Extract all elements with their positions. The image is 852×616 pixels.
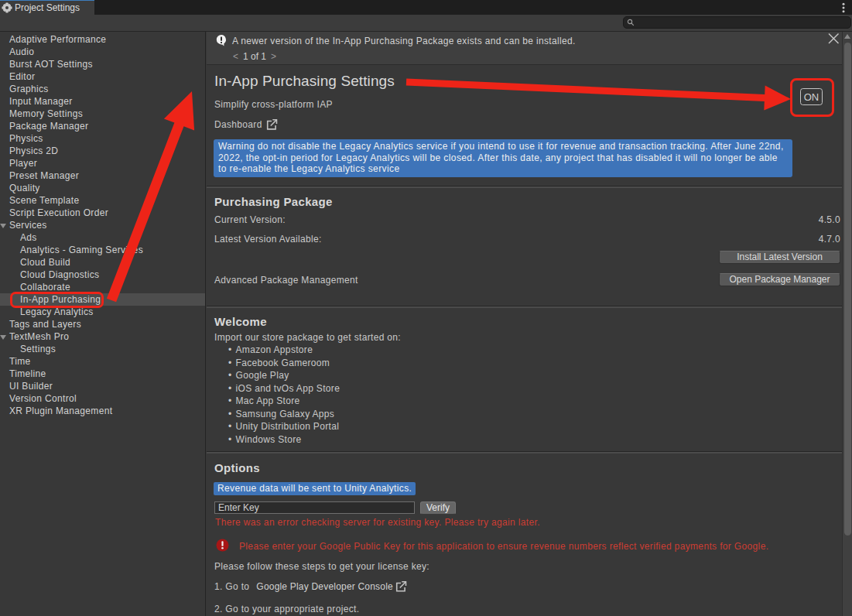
- sidebar-item-player[interactable]: Player: [0, 157, 205, 169]
- section-divider: [207, 306, 842, 308]
- sidebar-item-label: Timeline: [9, 368, 46, 379]
- search-input[interactable]: [637, 17, 850, 28]
- settings-sidebar: Adaptive PerformanceAudioBurst AOT Setti…: [0, 32, 206, 616]
- sidebar-item-label: Analytics - Gaming Services: [20, 245, 143, 255]
- sidebar-item-label: Physics: [9, 133, 43, 144]
- step-1-prefix: 1. Go to: [214, 581, 249, 592]
- sidebar-item-label: Legacy Analytics: [20, 306, 94, 317]
- sidebar-item-editor[interactable]: Editor: [0, 70, 205, 83]
- sidebar-item-label: Adaptive Performance: [9, 34, 106, 45]
- sidebar-item-script-execution-order[interactable]: Script Execution Order: [0, 207, 205, 219]
- legacy-analytics-warning: Warning do not disable the Legacy Analyt…: [214, 139, 792, 177]
- sidebar-item-memory-settings[interactable]: Memory Settings: [0, 108, 205, 120]
- sidebar-item-services[interactable]: Services: [0, 219, 205, 231]
- sidebar-item-ui-builder[interactable]: UI Builder: [0, 380, 205, 392]
- sidebar-item-label: Tags and Layers: [9, 319, 81, 330]
- section-divider: [207, 186, 842, 188]
- sidebar-item-label: Version Control: [9, 393, 77, 404]
- sidebar-item-graphics[interactable]: Graphics: [0, 83, 205, 95]
- sidebar-item-cloud-diagnostics[interactable]: Cloud Diagnostics: [0, 269, 205, 281]
- store-bullet-item: Unity Distribution Portal: [228, 420, 340, 433]
- disclosure-triangle-icon[interactable]: [0, 224, 6, 228]
- store-bullet-item: Mac App Store: [228, 395, 340, 408]
- search-icon: [627, 19, 635, 26]
- sidebar-item-label: Scene Template: [9, 195, 79, 206]
- sidebar-item-settings[interactable]: Settings: [0, 343, 205, 355]
- enter-key-input[interactable]: [214, 501, 415, 514]
- sidebar-item-tags-and-layers[interactable]: Tags and Layers: [0, 318, 205, 330]
- google-key-error-text: Please enter your Google Public Key for …: [239, 541, 768, 552]
- scrollbar-thumb[interactable]: [844, 43, 851, 536]
- sidebar-item-adaptive-performance[interactable]: Adaptive Performance: [0, 33, 205, 46]
- sidebar-item-label: Player: [9, 158, 37, 169]
- welcome-intro: Import our store package to get started …: [214, 332, 401, 343]
- sidebar-item-label: Audio: [9, 46, 34, 57]
- current-version-value: 4.5.0: [819, 214, 840, 225]
- sidebar-item-version-control[interactable]: Version Control: [0, 392, 205, 405]
- sidebar-item-label: Time: [9, 356, 31, 367]
- scroll-up-arrow-icon[interactable]: [844, 34, 850, 39]
- sidebar-item-label: Script Execution Order: [9, 207, 108, 218]
- google-play-console-link[interactable]: Google Play Developer Console: [256, 581, 393, 592]
- purchasing-package-heading: Purchasing Package: [214, 195, 333, 208]
- error-icon: [216, 539, 229, 552]
- revenue-note: Revenue data will be sent to Unity Analy…: [214, 482, 416, 495]
- disclosure-triangle-icon[interactable]: [0, 335, 6, 340]
- sidebar-item-cloud-build[interactable]: Cloud Build: [0, 256, 205, 269]
- open-package-manager-button[interactable]: Open Package Manager: [719, 273, 840, 286]
- sidebar-item-burst-aot-settings[interactable]: Burst AOT Settings: [0, 58, 205, 70]
- external-link-icon: [266, 118, 278, 130]
- page-title: In-App Purchasing Settings: [214, 73, 395, 90]
- gear-icon: [2, 2, 12, 13]
- sidebar-item-timeline[interactable]: Timeline: [0, 368, 205, 380]
- main-panel: A newer version of the In-App Purchasing…: [207, 32, 842, 616]
- welcome-heading: Welcome: [214, 315, 267, 328]
- sidebar-item-label: Package Manager: [9, 121, 88, 132]
- sidebar-item-physics-2d[interactable]: Physics 2D: [0, 145, 205, 157]
- annotation-box-on-toggle: [790, 78, 834, 117]
- sidebar-item-quality[interactable]: Quality: [0, 182, 205, 194]
- sidebar-item-label: Ads: [20, 232, 37, 243]
- verify-button[interactable]: Verify: [420, 501, 456, 515]
- dashboard-link[interactable]: Dashboard: [214, 118, 278, 130]
- server-error-text: There was an error checking server for e…: [215, 517, 540, 528]
- sidebar-item-label: Physics 2D: [9, 145, 58, 156]
- store-bullet-item: Amazon Appstore: [228, 344, 340, 357]
- sidebar-item-ads[interactable]: Ads: [0, 231, 205, 244]
- sidebar-item-label: Editor: [9, 71, 35, 82]
- sidebar-item-physics[interactable]: Physics: [0, 132, 205, 145]
- steps-intro: Please follow these steps to get your li…: [214, 561, 429, 572]
- latest-version-value: 4.7.0: [819, 234, 840, 245]
- kebab-menu-icon[interactable]: [838, 2, 849, 13]
- store-bullet-item: Google Play: [228, 369, 340, 382]
- sidebar-item-time[interactable]: Time: [0, 355, 205, 368]
- step-1-row: 1. Go to Google Play Developer Console: [214, 580, 407, 592]
- tab-project-settings[interactable]: Project Settings: [0, 0, 94, 15]
- sidebar-item-label: Cloud Build: [20, 257, 70, 268]
- sidebar-item-analytics-gaming-services[interactable]: Analytics - Gaming Services: [0, 244, 205, 256]
- external-link-icon: [395, 580, 407, 592]
- vertical-scrollbar[interactable]: [842, 32, 852, 616]
- sidebar-item-label: Services: [9, 220, 47, 231]
- simplify-iap-label: Simplify cross-platform IAP: [214, 99, 333, 110]
- install-latest-version-button[interactable]: Install Latest Version: [719, 251, 840, 264]
- sidebar-item-label: Collaborate: [20, 282, 70, 293]
- sidebar-item-package-manager[interactable]: Package Manager: [0, 120, 205, 132]
- sidebar-item-input-manager[interactable]: Input Manager: [0, 95, 205, 108]
- tab-strip: Project Settings: [0, 0, 852, 15]
- store-bullet-item: Facebook Gameroom: [228, 357, 340, 370]
- section-divider: [207, 451, 842, 453]
- latest-version-label: Latest Version Available:: [214, 234, 322, 245]
- sidebar-item-preset-manager[interactable]: Preset Manager: [0, 169, 205, 182]
- tab-title: Project Settings: [15, 2, 80, 13]
- store-bullet-item: iOS and tvOs App Store: [228, 382, 340, 395]
- sidebar-item-scene-template[interactable]: Scene Template: [0, 194, 205, 207]
- sidebar-item-audio[interactable]: Audio: [0, 46, 205, 58]
- search-box[interactable]: [623, 16, 851, 29]
- sidebar-item-label: XR Plugin Management: [9, 406, 112, 416]
- sidebar-item-textmesh-pro[interactable]: TextMesh Pro: [0, 330, 205, 343]
- advanced-package-management-label: Advanced Package Management: [214, 275, 358, 286]
- project-settings-window: Project Settings Adaptive PerformanceAud…: [0, 0, 852, 616]
- sidebar-item-xr-plugin-management[interactable]: XR Plugin Management: [0, 405, 205, 417]
- sidebar-item-label: Memory Settings: [9, 108, 83, 119]
